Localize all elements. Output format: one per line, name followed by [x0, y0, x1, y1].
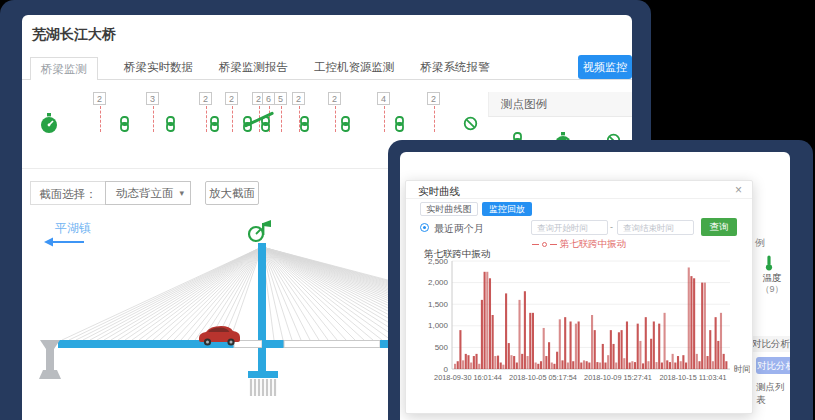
close-icon[interactable]: × [735, 183, 742, 197]
date-range-separator: - [610, 222, 613, 232]
chain-sensor-icon [119, 116, 130, 136]
gauge-icon [249, 220, 271, 241]
sensor-count-badge: 5 [274, 92, 287, 105]
chain-sensor-icon [299, 116, 310, 136]
tab-realtime-curve[interactable]: 实时曲线图 [420, 202, 478, 216]
sensor-marker-line [434, 106, 435, 132]
tower-foundation [248, 371, 278, 396]
chain-sensor-icon [209, 116, 220, 136]
legend-marker-icon [532, 244, 539, 245]
recent-two-months-radio[interactable] [420, 223, 429, 232]
thermometer-icon [764, 255, 774, 271]
sensor-count-badge: 2 [93, 92, 106, 105]
section-select-dropdown[interactable]: 动态背立面 ▾ [105, 181, 191, 205]
temperature-count: （9） [758, 283, 786, 296]
legend-series-label: 第七联跨中振动 [560, 238, 627, 251]
compare-analysis-button[interactable]: 对比分析 [756, 357, 790, 374]
legend-panel: 测点图例 [488, 92, 632, 117]
tab-桥梁监测[interactable]: 桥梁监测 [30, 57, 98, 80]
sensor-marker-line [206, 106, 207, 132]
svg-text:500: 500 [435, 343, 449, 352]
section-select-value: 动态背立面 [116, 187, 174, 199]
legend-panel-header: 测点图例 [488, 92, 632, 117]
sensor-count-badge: 2 [292, 92, 305, 105]
svg-text:1,500: 1,500 [428, 300, 449, 309]
modal-title: 实时曲线 [418, 185, 460, 199]
sensor-count-badge: 3 [146, 92, 159, 105]
sensor-count-badge: 2 [199, 92, 212, 105]
tab-monitor-playback[interactable]: 监控回放 [482, 202, 532, 216]
sensor-marker-line [384, 106, 385, 132]
vibration-chart: 05001,0001,5002,0002,5002018-09-30 16:01… [414, 255, 750, 391]
query-start-time-input[interactable] [531, 220, 608, 235]
query-button[interactable]: 查询 [701, 218, 737, 236]
sensor-marker-line [281, 106, 282, 132]
tab-桥梁监测报告[interactable]: 桥梁监测报告 [219, 60, 288, 80]
legend-header-fragment: 例 [755, 236, 765, 250]
overlay-window: 例 温度 （9） 对比分析 对比分析 测点列表 实时曲线 × 实时曲线图 监控回… [400, 152, 790, 420]
chain-sensor-icon [165, 116, 176, 136]
sensor-count-badge: 4 [377, 92, 390, 105]
legend-marker-icon [542, 242, 547, 247]
tab-工控机资源监测[interactable]: 工控机资源监测 [314, 60, 395, 80]
left-arrow-icon [44, 238, 84, 247]
sensor-marker-line [335, 106, 336, 132]
zoom-section-button[interactable]: 放大截面 [205, 181, 259, 205]
realtime-curve-modal: 实时曲线 × 实时曲线图 监控回放 最近两个月 - 查询 第七联跨中振动 第七联… [405, 180, 753, 414]
sensor-marker-line [153, 106, 154, 132]
tab-bar: 桥梁监测桥梁实时数据桥梁监测报告工控机资源监测桥梁系统报警 [30, 57, 490, 80]
query-end-time-input[interactable] [617, 220, 694, 235]
ban-icon [463, 116, 478, 135]
sensor-marker-line [232, 106, 233, 132]
chain-sensor-icon [394, 116, 405, 136]
legend-marker-icon [550, 244, 557, 245]
svg-text:时间: 时间 [734, 364, 750, 374]
section-select-label: 截面选择： [30, 181, 106, 205]
recent-two-months-label: 最近两个月 [434, 222, 484, 236]
bridge-tower [258, 243, 266, 375]
compare-analysis-header: 对比分析 [748, 336, 790, 352]
point-list-header: 测点列表 [756, 381, 790, 407]
overlay-window-frame: 例 温度 （9） 对比分析 对比分析 测点列表 实时曲线 × 实时曲线图 监控回… [388, 140, 813, 420]
pier-shape [39, 340, 61, 379]
chevron-down-icon: ▾ [179, 182, 184, 204]
svg-text:2018-09-30 16:01:44: 2018-09-30 16:01:44 [434, 373, 502, 382]
tab-桥梁实时数据[interactable]: 桥梁实时数据 [124, 60, 193, 80]
sensor-marker-line [100, 106, 101, 132]
svg-text:2,500: 2,500 [428, 257, 449, 266]
sensor-count-badge: 2 [328, 92, 341, 105]
bridge-direction-label: 平湖镇 [55, 221, 91, 235]
svg-text:2018-10-09 15:27:41: 2018-10-09 15:27:41 [584, 373, 652, 382]
svg-text:1,000: 1,000 [428, 321, 449, 330]
modal-title-divider [406, 198, 752, 199]
svg-text:2,000: 2,000 [428, 278, 449, 287]
stopwatch-icon [40, 113, 58, 138]
tab-桥梁系统报警[interactable]: 桥梁系统报警 [421, 60, 490, 80]
sensor-count-badge: 2 [225, 92, 238, 105]
svg-text:2018-10-05 05:17:54: 2018-10-05 05:17:54 [509, 373, 577, 382]
sensor-count-badge: 2 [427, 92, 440, 105]
svg-text:2018-10-15 11:03:41: 2018-10-15 11:03:41 [659, 373, 726, 382]
chain-sensor-icon [340, 116, 351, 136]
